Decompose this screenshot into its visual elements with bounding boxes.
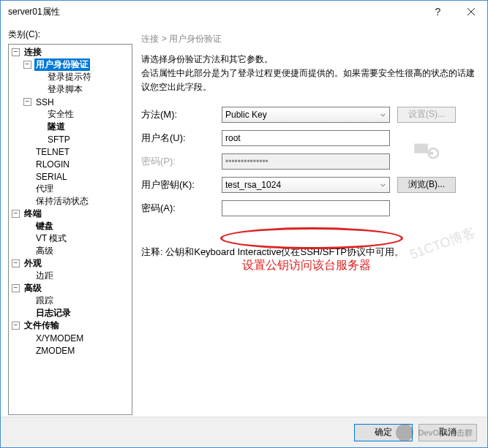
note-text: 注释: 公钥和Keyboard Interactive仅在SSH/SFTP协议中… bbox=[141, 246, 480, 259]
cancel-button[interactable]: 取消 bbox=[418, 424, 477, 441]
tree-node-tunnel[interactable]: 隧道 bbox=[9, 121, 132, 133]
left-panel: 类别(C): −连接 −用户身份验证 登录提示符 登录脚本 bbox=[8, 29, 132, 417]
tree-node-telnet[interactable]: TELNET bbox=[9, 145, 132, 158]
tree-node-rlogin[interactable]: RLOGIN bbox=[9, 158, 132, 170]
desc-line2: 会话属性中此部分是为了登录过程更便捷而提供的。如果需要安全性很高的状态的话建议您… bbox=[141, 67, 480, 94]
breadcrumb-root: 连接 bbox=[141, 34, 159, 44]
right-panel: 连接 > 用户身份验证 请选择身份验证方法和其它参数。 会话属性中此部分是为了登… bbox=[132, 29, 480, 417]
tree-node-terminal[interactable]: −终端 bbox=[9, 208, 132, 220]
breadcrumb-current: 用户身份验证 bbox=[169, 34, 222, 44]
titlebar: server01属性 ? bbox=[1, 1, 487, 23]
tree-node-log[interactable]: 日志记录 bbox=[9, 307, 132, 319]
tree-node-advanced-term[interactable]: 高级 bbox=[9, 245, 132, 257]
username-input[interactable] bbox=[222, 130, 390, 146]
tree-node-ssh[interactable]: −SSH bbox=[9, 96, 132, 108]
tree-node-auth[interactable]: −用户身份验证 bbox=[9, 58, 132, 71]
help-button[interactable]: ? bbox=[421, 1, 454, 23]
tree-node-login-prompt[interactable]: 登录提示符 bbox=[9, 71, 132, 83]
tree-node-trace[interactable]: 跟踪 bbox=[9, 295, 132, 307]
browse-button[interactable]: 浏览(B)... bbox=[397, 177, 456, 193]
password-input bbox=[222, 153, 390, 170]
category-label: 类别(C): bbox=[8, 29, 132, 41]
userkey-select[interactable]: test_rsa_1024 bbox=[222, 177, 390, 193]
description: 请选择身份验证方法和其它参数。 会话属性中此部分是为了登录过程更便捷而提供的。如… bbox=[141, 53, 480, 95]
ok-button[interactable]: 确定 bbox=[354, 424, 413, 441]
tree-node-advanced[interactable]: −高级 bbox=[9, 282, 132, 295]
tree-node-keyboard[interactable]: 键盘 bbox=[9, 220, 132, 232]
category-tree[interactable]: −连接 −用户身份验证 登录提示符 登录脚本 −SSH bbox=[8, 44, 132, 415]
tree-node-connection[interactable]: −连接 bbox=[9, 46, 132, 58]
userkey-label: 用户密钥(K): bbox=[141, 178, 214, 191]
annotation-text: 设置公钥访问该台服务器 bbox=[242, 258, 371, 273]
tree-node-proxy[interactable]: 代理 bbox=[9, 183, 132, 195]
breadcrumb-sep: > bbox=[162, 34, 167, 44]
method-select[interactable]: Public Key bbox=[222, 107, 390, 123]
window-title: server01属性 bbox=[8, 6, 421, 18]
method-label: 方法(M): bbox=[141, 108, 214, 121]
username-label: 用户名(U): bbox=[141, 132, 214, 145]
tree-node-zmodem[interactable]: ZMODEM bbox=[9, 344, 132, 357]
dialog-footer: 确定 取消 bbox=[1, 417, 487, 447]
password-label: 密码(P): bbox=[141, 155, 214, 168]
tree-node-security[interactable]: 安全性 bbox=[9, 108, 132, 121]
passphrase-label: 密码(A): bbox=[141, 202, 214, 215]
svg-rect-2 bbox=[414, 143, 428, 153]
auth-form: 方法(M): Public Key 设置(S)... 用户名(U): 密码(P)… bbox=[141, 107, 480, 216]
settings-button[interactable]: 设置(S)... bbox=[397, 107, 456, 123]
tree-node-keepalive[interactable]: 保持活动状态 bbox=[9, 195, 132, 208]
tree-node-login-script[interactable]: 登录脚本 bbox=[9, 83, 132, 96]
tree-node-serial[interactable]: SERIAL bbox=[9, 170, 132, 183]
key-icon bbox=[413, 140, 440, 160]
tree-node-filetransfer[interactable]: −文件传输 bbox=[9, 319, 132, 332]
tree-node-margin[interactable]: 边距 bbox=[9, 270, 132, 282]
close-icon bbox=[468, 8, 475, 15]
passphrase-input[interactable] bbox=[222, 200, 390, 216]
tree-node-sftp[interactable]: SFTP bbox=[9, 133, 132, 145]
tree-node-appearance[interactable]: −外观 bbox=[9, 257, 132, 270]
breadcrumb: 连接 > 用户身份验证 bbox=[141, 29, 480, 53]
close-button[interactable] bbox=[454, 1, 487, 23]
tree-node-vtmode[interactable]: VT 模式 bbox=[9, 232, 132, 245]
desc-line1: 请选择身份验证方法和其它参数。 bbox=[141, 53, 480, 67]
tree-node-xymodem[interactable]: X/YMODEM bbox=[9, 332, 132, 344]
svg-rect-4 bbox=[428, 151, 433, 154]
